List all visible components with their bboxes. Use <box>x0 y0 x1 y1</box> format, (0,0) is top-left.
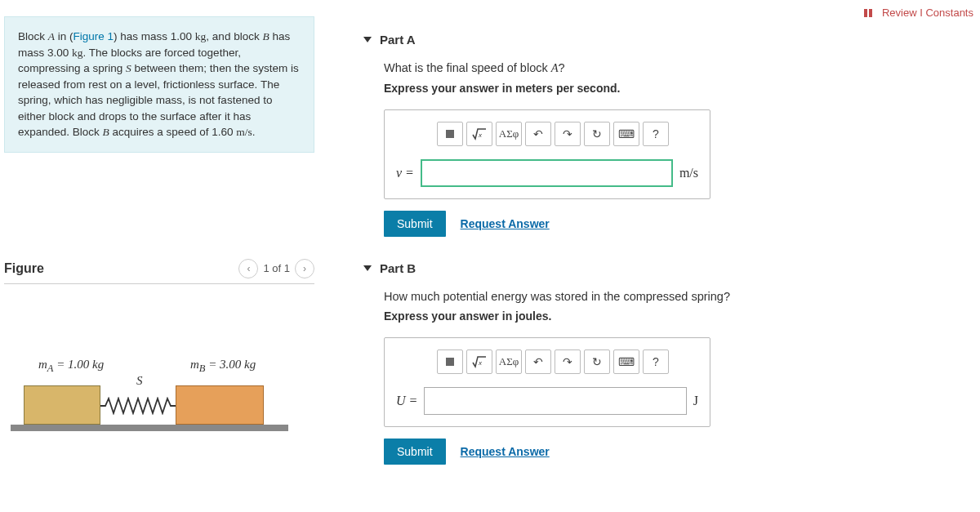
sqrt-button[interactable]: x <box>466 122 492 146</box>
part-a-title: Part A <box>380 33 416 47</box>
redo-button[interactable]: ↷ <box>555 122 581 146</box>
part-b-request-answer-link[interactable]: Request Answer <box>461 445 550 458</box>
bookmark-icon <box>864 7 875 20</box>
undo-button[interactable]: ↶ <box>525 349 551 374</box>
part-a-request-answer-link[interactable]: Request Answer <box>461 217 550 230</box>
reset-button[interactable]: ↻ <box>584 349 610 374</box>
part-b-instruction: Express your answer in joules. <box>384 309 968 323</box>
part-a-instruction: Express your answer in meters per second… <box>384 82 968 95</box>
figure-nav: ‹ 1 of 1 › <box>238 259 314 278</box>
templates-button[interactable] <box>437 122 463 146</box>
keyboard-button[interactable]: ⌨ <box>613 122 639 146</box>
keyboard-button[interactable]: ⌨ <box>613 349 639 374</box>
help-button[interactable]: ? <box>643 349 669 374</box>
part-a-answer-box: x ΑΣφ ↶ ↷ ↻ ⌨ ? v = m/s <box>384 109 710 199</box>
spring-icon <box>100 397 176 415</box>
part-b-input[interactable] <box>424 387 686 415</box>
figure-link[interactable]: Figure 1 <box>74 30 114 42</box>
part-b-question: How much potential energy was stored in … <box>384 290 968 303</box>
figure-diagram: mA = 1.00 kg S mB = 3.00 kg <box>4 358 314 472</box>
part-a-question: What is the final speed of block A? <box>384 61 968 75</box>
constants-link[interactable]: Constants <box>925 7 973 19</box>
undo-button[interactable]: ↶ <box>525 122 551 146</box>
help-button[interactable]: ? <box>643 122 669 146</box>
spring-label: S <box>136 374 143 388</box>
sqrt-button[interactable]: x <box>466 349 492 374</box>
part-b: Part B How much potential energy was sto… <box>363 261 968 465</box>
figure-title: Figure <box>4 261 44 276</box>
part-b-toolbar: x ΑΣφ ↶ ↷ ↻ ⌨ ? <box>396 349 698 374</box>
review-link[interactable]: Review <box>882 7 917 19</box>
part-a-header[interactable]: Part A <box>363 33 968 47</box>
figure-counter: 1 of 1 <box>263 262 290 274</box>
svg-rect-0 <box>864 9 867 17</box>
part-b-variable: U = <box>396 394 417 408</box>
svg-rect-1 <box>869 9 872 17</box>
caret-down-icon <box>363 37 372 42</box>
part-a: Part A What is the final speed of block … <box>363 33 968 237</box>
svg-text:x: x <box>478 131 483 139</box>
svg-text:x: x <box>478 359 483 367</box>
figure-prev-button[interactable]: ‹ <box>238 259 258 278</box>
part-b-header[interactable]: Part B <box>363 261 968 275</box>
top-links: Review I Constants <box>864 7 973 20</box>
figure-next-button[interactable]: › <box>295 259 314 278</box>
caret-down-icon <box>363 265 372 271</box>
part-b-answer-box: x ΑΣφ ↶ ↷ ↻ ⌨ ? U = J <box>384 337 710 427</box>
part-a-unit: m/s <box>679 166 698 180</box>
mass-a-label: mA = 1.00 kg <box>38 358 104 375</box>
block-b <box>176 385 264 425</box>
part-b-title: Part B <box>380 261 416 275</box>
problem-statement: Block A in (Figure 1) has mass 1.00 kg, … <box>4 16 314 153</box>
part-a-toolbar: x ΑΣφ ↶ ↷ ↻ ⌨ ? <box>396 122 698 146</box>
part-a-variable: v = <box>396 166 414 180</box>
part-a-input[interactable] <box>421 159 673 187</box>
greek-button[interactable]: ΑΣφ <box>496 349 522 374</box>
part-b-submit-button[interactable]: Submit <box>384 439 446 465</box>
redo-button[interactable]: ↷ <box>555 349 581 374</box>
part-b-unit: J <box>693 394 698 408</box>
greek-button[interactable]: ΑΣφ <box>496 122 522 146</box>
figure-header: Figure ‹ 1 of 1 › <box>4 259 314 284</box>
surface <box>11 425 288 431</box>
templates-button[interactable] <box>437 349 463 374</box>
mass-b-label: mB = 3.00 kg <box>190 358 256 375</box>
part-a-submit-button[interactable]: Submit <box>384 211 446 237</box>
reset-button[interactable]: ↻ <box>584 122 610 146</box>
block-a <box>24 385 100 425</box>
